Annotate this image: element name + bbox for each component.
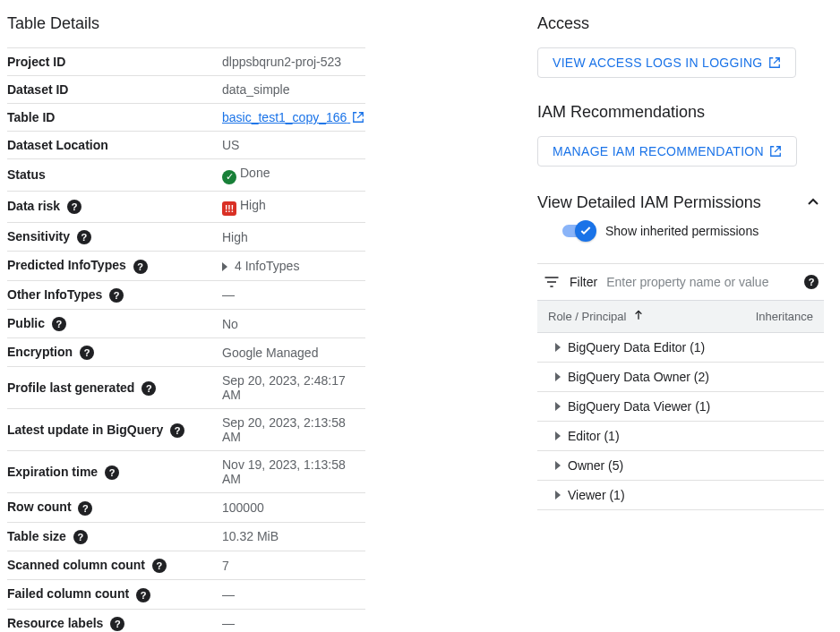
value-failed-column-count: — [222,580,365,609]
help-icon[interactable]: ? [77,230,91,244]
permission-row[interactable]: Owner (5) [537,451,824,481]
help-icon[interactable]: ? [804,275,819,289]
row-resource-labels: Resource labels ? — [7,609,365,632]
expand-icon[interactable] [555,461,561,470]
label-table-id: Table ID [7,104,222,132]
permission-role-name: BigQuery Data Viewer (1) [568,399,710,414]
role-principal-column-header[interactable]: Role / Principal [548,308,756,325]
value-predicted-infotypes: 4 InfoTypes [235,259,299,273]
details-table: Project ID dlppsbqrun2-proj-523 Dataset … [7,47,365,632]
expand-icon[interactable] [555,372,561,381]
row-sensitivity: Sensitivity ? High [7,223,365,252]
row-encryption: Encryption ? Google Managed [7,338,365,367]
permissions-list: BigQuery Data Editor (1)BigQuery Data Ow… [537,333,824,510]
permission-row[interactable]: BigQuery Data Viewer (1) [537,392,824,422]
help-icon[interactable]: ? [67,200,81,214]
help-icon[interactable]: ? [109,288,124,303]
value-project-id: dlppsbqrun2-proj-523 [222,48,365,76]
value-status: Done [240,166,270,180]
label-failed-column-count: Failed column count [7,586,129,601]
help-icon[interactable]: ? [141,381,156,396]
row-expiration-time: Expiration time ? Nov 19, 2023, 1:13:58 … [7,451,365,493]
value-resource-labels: — [222,609,365,632]
row-scanned-column-count: Scanned column count ? 7 [7,551,365,580]
row-predicted-infotypes: Predicted InfoTypes ? 4 InfoTypes [7,252,365,280]
label-predicted-infotypes: Predicted InfoTypes [7,258,126,272]
view-access-logs-button[interactable]: VIEW ACCESS LOGS IN LOGGING [537,47,796,78]
value-public: No [222,309,365,337]
row-latest-update-bq: Latest update in BigQuery ? Sep 20, 2023… [7,409,365,451]
help-icon[interactable]: ? [80,346,94,360]
label-table-size: Table size [7,529,66,543]
help-icon[interactable]: ? [136,588,150,602]
value-encryption: Google Managed [222,338,365,367]
open-external-icon [768,56,781,69]
inheritance-column-header[interactable]: Inheritance [756,310,813,323]
permission-row[interactable]: Editor (1) [537,422,824,451]
value-sensitivity: High [222,223,365,252]
row-profile-last-generated: Profile last generated ? Sep 20, 2023, 2… [7,367,365,409]
page-title: Table Details [7,14,365,33]
open-external-icon [352,111,364,124]
help-icon[interactable]: ? [133,260,148,274]
permission-role-name: Editor (1) [568,429,620,443]
open-external-icon [769,145,782,158]
help-icon[interactable]: ? [105,465,119,480]
value-dataset-location: US [222,132,365,159]
view-access-logs-text: VIEW ACCESS LOGS IN LOGGING [553,56,763,70]
permissions-header: Role / Principal Inheritance [537,300,824,333]
permission-role-name: Viewer (1) [568,488,625,502]
value-other-infotypes: — [222,280,365,309]
row-status: Status ✓Done [7,159,365,192]
expand-icon[interactable] [222,262,227,271]
help-icon[interactable]: ? [73,530,88,544]
row-project-id: Project ID dlppsbqrun2-proj-523 [7,48,365,76]
value-dataset-id: data_simple [222,76,365,104]
filter-input[interactable] [606,275,792,289]
table-details-panel: Table Details Project ID dlppsbqrun2-pro… [7,7,365,632]
filter-label: Filter [570,275,597,289]
row-dataset-location: Dataset Location US [7,132,365,159]
help-icon[interactable]: ? [52,317,66,331]
risk-high-icon: !!! [222,201,236,216]
help-icon[interactable]: ? [152,559,167,573]
help-icon[interactable]: ? [170,423,184,438]
label-expiration-time: Expiration time [7,465,98,479]
label-sensitivity: Sensitivity [7,229,70,243]
label-encryption: Encryption [7,345,73,359]
permission-row[interactable]: BigQuery Data Owner (2) [537,363,824,392]
label-dataset-location: Dataset Location [7,132,222,159]
expand-icon[interactable] [555,491,561,500]
help-icon[interactable]: ? [110,617,124,631]
label-latest-update-bq: Latest update in BigQuery [7,423,163,437]
label-dataset-id: Dataset ID [7,76,222,104]
label-project-id: Project ID [7,48,222,76]
inherited-permissions-toggle[interactable] [562,225,595,237]
permission-row[interactable]: Viewer (1) [537,481,824,510]
access-title: Access [537,14,824,33]
sort-ascending-icon [631,308,646,325]
permission-role-name: Owner (5) [568,458,623,473]
manage-iam-rec-text: MANAGE IAM RECOMMENDATION [553,144,764,158]
label-other-infotypes: Other InfoTypes [7,287,102,302]
help-icon[interactable]: ? [78,501,92,516]
checkmark-icon: ✓ [222,170,236,184]
expand-icon[interactable] [555,431,561,440]
link-table-id[interactable]: basic_test1_copy_166 [222,110,364,124]
value-row-count: 100000 [222,493,365,522]
link-table-id-text: basic_test1_copy_166 [222,110,347,124]
value-profile-last-generated: Sep 20, 2023, 2:48:17 AM [222,367,365,409]
label-data-risk: Data risk [7,199,60,213]
filter-icon[interactable] [543,273,561,291]
value-expiration-time: Nov 19, 2023, 1:13:58 AM [222,451,365,493]
row-table-id: Table ID basic_test1_copy_166 [7,104,365,132]
expand-icon[interactable] [555,402,561,411]
label-resource-labels: Resource labels [7,616,103,630]
chevron-up-icon[interactable] [802,192,824,213]
row-failed-column-count: Failed column count ? — [7,580,365,609]
label-scanned-column-count: Scanned column count [7,558,145,572]
permission-row[interactable]: BigQuery Data Editor (1) [537,333,824,363]
expand-icon[interactable] [555,343,561,352]
manage-iam-rec-button[interactable]: MANAGE IAM RECOMMENDATION [537,136,797,167]
toggle-thumb [575,220,596,242]
